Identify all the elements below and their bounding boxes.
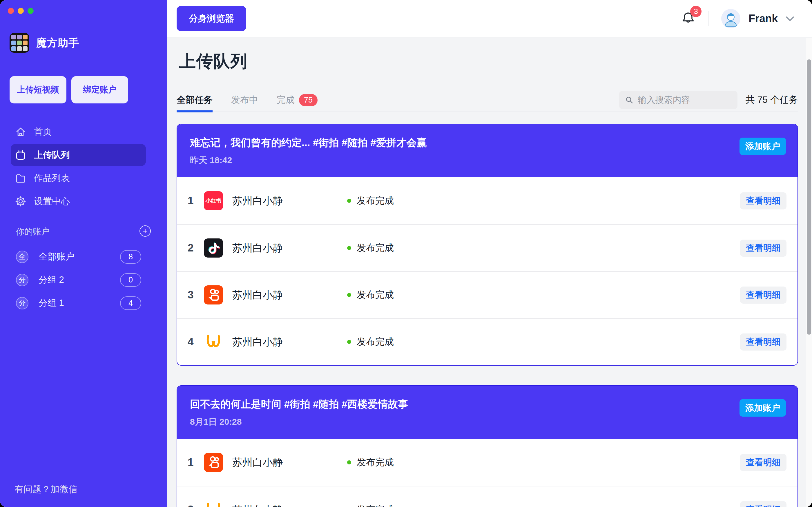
add-account-button[interactable]: 添加账户: [740, 399, 786, 416]
account-badge: 分: [16, 297, 29, 309]
add-account-group-button[interactable]: +: [140, 225, 151, 237]
task-title: 回不去的何止是时间 #街拍 #随拍 #西楼爱情故事: [190, 397, 785, 411]
tab-all-tasks[interactable]: 全部任务: [176, 88, 213, 112]
status-text: 发布完成: [357, 289, 394, 301]
avatar-person-icon: [721, 9, 741, 28]
account-item-all[interactable]: 全 全部账户 8: [11, 245, 146, 268]
sidebar-nav: 首页 上传队列 作品列表 设置中心: [11, 121, 146, 214]
search-input[interactable]: [638, 95, 731, 105]
folder-icon: [15, 173, 26, 184]
tab-label: 发布中: [231, 94, 258, 106]
account-name: 苏州白小静: [232, 503, 283, 507]
tab-completed[interactable]: 完成 75: [277, 88, 317, 112]
tab-bar: 全部任务 发布中 完成 75 共 75 个任务: [176, 89, 798, 112]
account-item-group1[interactable]: 分 分组 1 4: [11, 291, 146, 315]
scrollbar[interactable]: [806, 38, 812, 507]
account-count-badge: 0: [120, 273, 141, 287]
avatar[interactable]: [721, 9, 741, 28]
status-dot: [347, 293, 351, 297]
row-index: 2: [188, 504, 204, 507]
sidebar-item-home[interactable]: 首页: [11, 121, 146, 143]
sidebar-item-label: 设置中心: [34, 195, 70, 208]
clone-browser-button[interactable]: 分身浏览器: [176, 6, 246, 31]
account-label: 分组 1: [39, 297, 64, 309]
notification-count-badge: 3: [690, 6, 702, 17]
app-brand: 魔方助手: [10, 33, 79, 53]
row-index: 2: [188, 242, 204, 254]
view-details-button[interactable]: 查看明细: [740, 501, 786, 507]
main-area: 分身浏览器 3: [167, 0, 812, 507]
row-index: 3: [188, 289, 204, 301]
search-box[interactable]: [619, 91, 738, 109]
app-name: 魔方助手: [36, 36, 79, 50]
zoom-window-button[interactable]: [28, 8, 34, 14]
sidebar-footer-help[interactable]: 有问题？加微信: [14, 483, 78, 495]
status-dot: [347, 460, 351, 464]
username: Frank: [749, 12, 778, 24]
task-card-header: 难忘记，我们曾有的约定... #街拍 #随拍 #爱拼才会赢 昨天 18:42 添…: [177, 124, 798, 177]
topbar: 分身浏览器 3: [167, 0, 812, 37]
status-dot: [347, 340, 351, 344]
table-row: 2 苏州白小静 发布完成 查看明细: [177, 486, 798, 507]
task-card-header: 回不去的何止是时间 #街拍 #随拍 #西楼爱情故事 8月1日 20:28 添加账…: [177, 386, 798, 439]
table-row: 1 苏州白小静 发布完成 查看明细: [177, 439, 798, 486]
account-badge: 全: [16, 250, 29, 263]
status-text: 发布完成: [357, 194, 394, 207]
table-row: 3 苏州白小静 发布完成 查看明细: [177, 271, 798, 318]
sidebar-item-label: 上传队列: [34, 149, 70, 161]
kuaishou-icon: [204, 285, 223, 304]
chevron-down-icon[interactable]: [784, 13, 796, 24]
close-window-button[interactable]: [8, 8, 14, 14]
account-name: 苏州白小静: [232, 288, 283, 302]
account-name: 苏州白小静: [232, 456, 283, 469]
view-details-button[interactable]: 查看明细: [740, 454, 786, 471]
content: 上传队列 全部任务 发布中 完成 75 共 75: [167, 37, 812, 507]
weishi-icon: [204, 500, 223, 507]
task-card: 回不去的何止是时间 #街拍 #随拍 #西楼爱情故事 8月1日 20:28 添加账…: [176, 385, 798, 507]
view-details-button[interactable]: 查看明细: [740, 240, 786, 257]
row-index: 4: [188, 336, 204, 348]
account-name: 苏州白小静: [232, 241, 283, 255]
status-text: 发布完成: [357, 242, 394, 255]
sidebar-item-settings[interactable]: 设置中心: [11, 190, 146, 212]
completed-count-badge: 75: [299, 94, 317, 106]
account-item-group2[interactable]: 分 分组 2 0: [11, 268, 146, 291]
scrollbar-thumb[interactable]: [807, 59, 811, 335]
sidebar-item-works-list[interactable]: 作品列表: [11, 167, 146, 189]
table-row: 4 苏州白小静 发布完成 查看明细: [177, 318, 798, 365]
search-icon: [625, 95, 633, 105]
status-text: 发布完成: [357, 456, 394, 469]
row-index: 1: [188, 195, 204, 207]
tab-publishing[interactable]: 发布中: [231, 88, 258, 112]
view-details-button[interactable]: 查看明细: [740, 333, 786, 350]
upload-video-button[interactable]: 上传短视频: [10, 76, 66, 103]
window-controls: [8, 8, 34, 14]
account-badge: 分: [16, 274, 29, 286]
home-icon: [15, 126, 26, 137]
douyin-icon: [204, 238, 223, 258]
sidebar: 魔方助手 上传短视频 绑定账户 首页 上传队列: [0, 0, 167, 507]
sidebar-item-label: 首页: [34, 126, 52, 138]
sidebar-item-label: 作品列表: [34, 172, 70, 184]
account-count-badge: 8: [120, 250, 141, 264]
bind-account-button[interactable]: 绑定账户: [71, 76, 128, 103]
account-name: 苏州白小静: [232, 335, 283, 349]
minimize-window-button[interactable]: [18, 8, 24, 14]
table-row: 2 苏州白小静 发布完成 查看明细: [177, 224, 798, 271]
accounts-list: 全 全部账户 8 分 分组 2 0 分 分组 1 4: [11, 245, 146, 315]
tab-label: 全部任务: [176, 94, 213, 106]
topbar-divider: [708, 11, 708, 26]
status-text: 发布完成: [357, 336, 394, 348]
notifications-button[interactable]: 3: [681, 11, 695, 26]
account-name: 苏州白小静: [232, 194, 283, 208]
accounts-heading: 你的账户: [16, 226, 50, 237]
sidebar-item-upload-queue[interactable]: 上传队列: [11, 144, 146, 166]
view-details-button[interactable]: 查看明细: [740, 286, 786, 303]
status-text: 发布完成: [357, 503, 394, 507]
gear-icon: [15, 196, 26, 207]
weishi-icon: [204, 332, 223, 351]
add-account-button[interactable]: 添加账户: [740, 137, 786, 155]
xiaohongshu-icon: 小红书: [204, 191, 223, 210]
view-details-button[interactable]: 查看明细: [740, 192, 786, 210]
account-count-badge: 4: [120, 296, 141, 310]
